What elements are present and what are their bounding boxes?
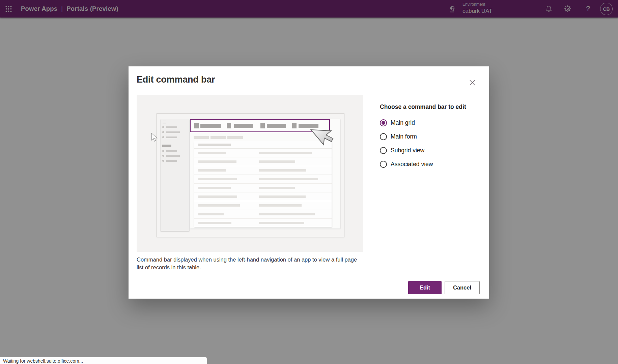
mock-cmd-label-1 bbox=[200, 124, 221, 128]
dialog-description: Command bar displayed when using the lef… bbox=[137, 256, 365, 271]
close-button[interactable] bbox=[467, 77, 478, 88]
mock-nav-bullet-1 bbox=[162, 126, 164, 128]
radio-label-main-grid: Main grid bbox=[391, 119, 415, 126]
radio-label-associated-view: Associated view bbox=[391, 161, 433, 168]
command-bar-illustration bbox=[137, 95, 363, 252]
large-pointer-cursor-icon bbox=[304, 127, 336, 159]
mock-view-tab-2 bbox=[210, 136, 226, 139]
mock-nav-item-7 bbox=[166, 160, 177, 162]
radio-label-main-form: Main form bbox=[391, 133, 417, 140]
mock-nav-item-6 bbox=[166, 155, 180, 157]
small-pointer-cursor-icon bbox=[151, 133, 159, 142]
mock-cell-left bbox=[198, 169, 226, 172]
radio-option-main-grid[interactable]: Main grid bbox=[380, 118, 415, 127]
mock-nav-item-3 bbox=[166, 136, 177, 138]
mock-nav-item-1 bbox=[166, 126, 177, 128]
mock-view-tab-1 bbox=[194, 136, 209, 139]
mock-nav-bullet-6 bbox=[162, 155, 164, 157]
mock-cell-left bbox=[198, 152, 226, 154]
mock-table-row-7 bbox=[194, 201, 332, 210]
mock-cell-right bbox=[259, 178, 318, 180]
edit-button[interactable]: Edit bbox=[408, 281, 442, 294]
mock-cell-right bbox=[259, 195, 306, 198]
radio-label-subgrid-view: Subgrid view bbox=[391, 147, 424, 154]
mock-cell-left bbox=[198, 178, 237, 180]
mock-nav-bullet-2 bbox=[162, 131, 164, 133]
radio-subgrid-view[interactable] bbox=[380, 147, 387, 154]
mock-cell-right bbox=[259, 213, 315, 215]
mock-cell-left bbox=[198, 195, 237, 198]
mock-cell-right bbox=[259, 160, 295, 163]
mock-table-row-4 bbox=[194, 175, 332, 184]
mock-cell-left bbox=[198, 160, 236, 163]
radio-option-associated-view[interactable]: Associated view bbox=[380, 160, 433, 169]
mock-table-row-8 bbox=[194, 210, 332, 219]
mock-cell-left bbox=[198, 222, 231, 224]
radio-main-grid[interactable] bbox=[380, 119, 387, 126]
mock-nav-bullet-5 bbox=[162, 150, 164, 152]
mock-nav-item-2 bbox=[166, 131, 180, 133]
mock-cmd-label-2 bbox=[234, 124, 253, 128]
mock-cell-right bbox=[259, 169, 306, 172]
mock-cell-right bbox=[259, 187, 295, 189]
mock-nav-selected-item bbox=[162, 145, 171, 147]
mock-cmd-icon-3 bbox=[260, 123, 265, 128]
edit-command-bar-dialog: Edit command bar bbox=[129, 66, 489, 299]
mock-cell-right bbox=[259, 222, 304, 224]
mock-table-row-5 bbox=[194, 184, 332, 192]
close-icon bbox=[470, 80, 475, 86]
radio-main-form[interactable] bbox=[380, 133, 387, 140]
browser-status-bubble: Waiting for webshell.suite.office.com... bbox=[0, 357, 207, 364]
mock-cell-right bbox=[259, 204, 302, 207]
mock-nav-item-5 bbox=[166, 150, 177, 152]
radio-option-subgrid-view[interactable]: Subgrid view bbox=[380, 146, 424, 155]
dialog-title: Edit command bar bbox=[137, 74, 215, 85]
mock-table-row-9 bbox=[194, 219, 332, 227]
mock-hamburger-icon bbox=[163, 121, 166, 124]
mock-nav-bullet-7 bbox=[162, 160, 164, 162]
radio-option-main-form[interactable]: Main form bbox=[380, 132, 417, 141]
mock-table-row-6 bbox=[194, 192, 332, 201]
mock-cell-left bbox=[198, 213, 224, 215]
mock-cmd-label-3 bbox=[267, 124, 286, 128]
mock-cell-left bbox=[198, 204, 240, 207]
mock-left-navigation bbox=[161, 119, 189, 231]
cancel-button[interactable]: Cancel bbox=[445, 281, 480, 294]
mock-cmd-icon-1 bbox=[194, 123, 199, 128]
mock-view-tab-3 bbox=[227, 136, 243, 139]
mock-cmd-icon-2 bbox=[227, 123, 231, 128]
mock-nav-bullet-3 bbox=[162, 136, 164, 138]
mock-cell-left bbox=[198, 187, 231, 189]
radio-associated-view[interactable] bbox=[380, 161, 387, 168]
chooser-heading: Choose a command bar to edit bbox=[380, 103, 466, 111]
mock-table-row-3 bbox=[194, 166, 332, 175]
mock-cmd-icon-4 bbox=[292, 123, 297, 128]
